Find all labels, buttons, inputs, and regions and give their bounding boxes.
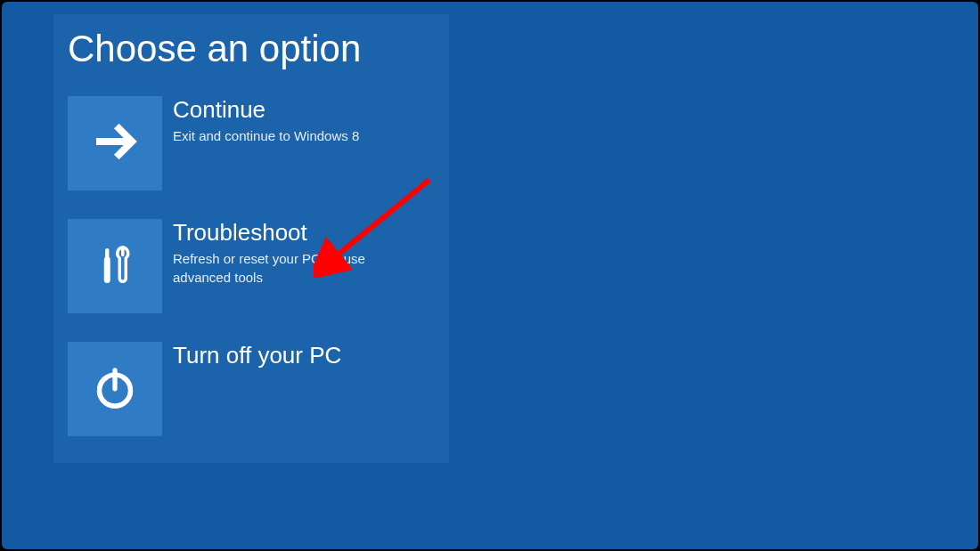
tools-icon [90, 239, 140, 293]
option-turnoff-text: Turn off your PC [173, 342, 449, 373]
option-turnoff[interactable]: Turn off your PC [68, 342, 449, 436]
option-troubleshoot-desc: Refresh or reset your PC, or use advance… [173, 250, 404, 287]
continue-tile [68, 96, 162, 190]
option-troubleshoot-text: Troubleshoot Refresh or reset your PC, o… [173, 219, 449, 287]
troubleshoot-tile [68, 219, 162, 313]
page-title: Choose an option [68, 28, 449, 69]
arrow-right-icon [90, 117, 140, 170]
option-troubleshoot[interactable]: Troubleshoot Refresh or reset your PC, o… [68, 219, 449, 313]
power-icon [90, 362, 140, 416]
recovery-screen: Choose an option Continue Exit and conti… [2, 2, 978, 549]
option-turnoff-title: Turn off your PC [173, 342, 449, 369]
option-continue-title: Continue [173, 96, 449, 124]
turnoff-tile [68, 342, 162, 436]
option-continue-desc: Exit and continue to Windows 8 [173, 127, 404, 145]
option-troubleshoot-title: Troubleshoot [173, 219, 449, 247]
option-continue-text: Continue Exit and continue to Windows 8 [173, 96, 449, 145]
option-continue[interactable]: Continue Exit and continue to Windows 8 [68, 96, 449, 190]
options-panel: Choose an option Continue Exit and conti… [53, 14, 449, 463]
